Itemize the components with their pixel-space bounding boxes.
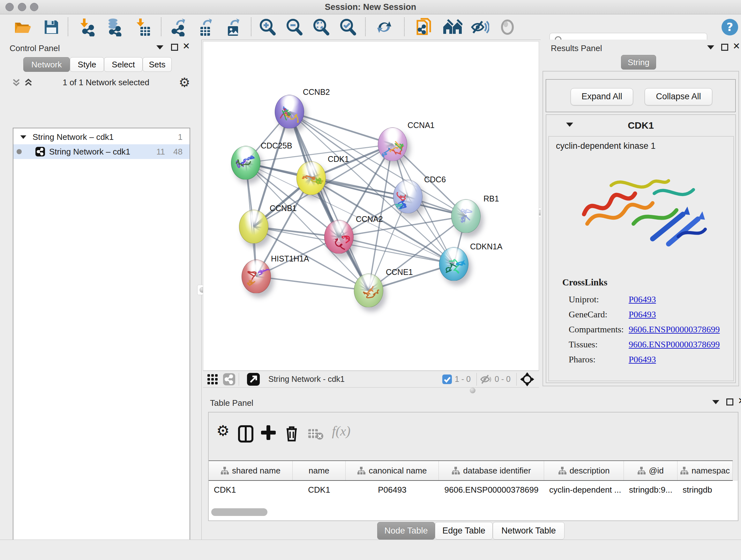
table-row[interactable]: CDK1CDK1P064939606.ENSP00000378699cyclin… [209,481,733,499]
node-CCNE1[interactable] [354,273,383,307]
column-header--id[interactable]: @id [624,461,677,480]
collection-expand-icon[interactable] [20,135,26,138]
node-CCNA1[interactable] [378,127,407,161]
edge-CCNB2-CCNE1[interactable] [289,112,368,291]
results-panel-menu-icon[interactable] [707,45,714,50]
node-HIST1H1A[interactable] [242,260,271,294]
column-header-label: @id [649,466,664,476]
table-panel-close-icon[interactable]: ✕ [738,397,741,405]
network-node-count: 11 [156,147,165,157]
node-gloss [456,201,476,212]
show-all-button[interactable] [497,14,518,40]
collapse-all-button[interactable]: Collapse All [645,88,712,105]
table-panel-title: Table Panel [210,398,253,408]
show-columns-icon[interactable] [238,425,253,442]
node-CDC25B[interactable] [231,146,260,180]
node-gloss [301,163,322,175]
toolbar-separator [161,17,161,36]
table-panel-menu-icon[interactable] [712,400,719,404]
table-options-gear-icon[interactable]: ⚙ [216,422,229,439]
create-column-icon[interactable] [261,425,276,440]
save-session-button[interactable] [42,14,61,40]
results-panel-float-icon[interactable] [721,44,728,51]
zoom-in-button[interactable] [257,14,278,40]
edge-HIST1H1A-CCNE1[interactable] [256,276,368,291]
tab-network[interactable]: Network [23,57,70,72]
update-network-button[interactable] [374,14,394,40]
network-canvas[interactable]: CCNB2CCNA1CDC25BCDK1CDC6RB1CCNB1CCNA2CDK… [203,41,539,371]
node-CCNB2[interactable] [275,95,304,129]
import-network-button[interactable] [77,14,97,40]
node-gloss [246,261,267,273]
home-button[interactable] [442,14,463,40]
export-network-button[interactable] [169,14,189,40]
tab-sets[interactable]: Sets [143,57,172,72]
tab-node-table[interactable]: Node Table [377,522,435,540]
crosslink-value[interactable]: P06493 [629,309,656,320]
edge-CCNA2-CDKN1A[interactable] [339,237,454,264]
protein-section-header[interactable]: CDK1 [546,115,735,135]
birds-eye-view-icon[interactable] [520,372,535,387]
node-gloss [279,97,300,108]
expand-all-icon[interactable] [23,78,33,87]
status-separator [516,373,517,386]
node-CDK1[interactable] [296,161,326,195]
edge-CCNB2-CCNA1[interactable] [289,112,393,144]
node-label-CDC6: CDC6 [424,175,446,184]
column-header-description[interactable]: description [544,461,624,480]
eye-slash-icon [471,19,489,36]
open-session-button[interactable] [13,14,32,40]
import-table-button[interactable] [133,14,153,40]
export-table-button[interactable] [195,14,216,40]
table-horizontal-scrollbar[interactable] [211,508,267,516]
crosslink-label: Pharos: [569,354,629,365]
column-header-shared-name[interactable]: shared name [209,461,293,480]
node-CDC6[interactable] [393,180,422,213]
collapse-all-icon[interactable] [11,78,21,87]
node-CDKN1A[interactable] [439,247,468,281]
table-panel-float-icon[interactable] [726,398,733,406]
export-image-button[interactable] [223,14,243,40]
tab-edge-table[interactable]: Edge Table [435,522,493,540]
first-neighbors-button[interactable] [414,14,434,40]
help-button[interactable]: ? [720,14,740,40]
control-panel-float-icon[interactable] [171,44,178,51]
network-options-gear-icon[interactable]: ⚙ [179,78,190,87]
network-collection-row[interactable]: String Network – cdk1 1 [13,130,190,144]
open-in-window-icon[interactable] [247,373,260,386]
cell-canonical-name: P06493 [346,481,439,499]
tab-network-table[interactable]: Network Table [493,522,564,540]
delete-column-icon[interactable] [285,425,299,442]
tab-style[interactable]: Style [70,57,104,72]
crosslink-value[interactable]: P06493 [629,294,656,305]
status-separator [476,373,477,386]
node-CCNB1[interactable] [239,210,268,244]
column-header-namespac[interactable]: namespac [677,461,733,480]
crosslink-value[interactable]: 9606.ENSP00000378699 [629,324,720,334]
grid-view-icon[interactable] [207,374,218,385]
crosslink-value[interactable]: 9606.ENSP00000378699 [629,339,720,350]
network-row[interactable]: String Network – cdk1 11 48 [13,144,190,159]
control-panel-title: Control Panel [10,44,60,53]
import-database-button[interactable] [104,14,124,40]
bottom-splitter-handle[interactable] [468,387,477,394]
crosslink-value[interactable]: P06493 [629,354,656,365]
control-panel-menu-icon[interactable] [156,45,163,50]
column-header-database-identifier[interactable]: database identifier [439,461,544,480]
control-panel-close-icon[interactable]: ✕ [183,43,190,50]
selected-nodes-checkbox-icon[interactable] [442,374,452,384]
column-header-name[interactable]: name [293,461,346,480]
zoom-selected-button[interactable] [338,14,358,40]
results-panel-close-icon[interactable]: ✕ [733,43,740,50]
zoom-fit-button[interactable] [311,14,331,40]
node-RB1[interactable] [451,199,481,233]
column-header-canonical-name[interactable]: canonical name [346,461,439,480]
status-bar: Memory [0,540,741,560]
hide-selected-button[interactable] [470,14,490,40]
tab-string[interactable]: String [621,55,656,70]
expand-all-button[interactable]: Expand All [570,88,633,105]
tab-select[interactable]: Select [104,57,143,72]
node-CCNA2[interactable] [324,220,354,254]
zoom-out-button[interactable] [284,14,305,40]
network-share-view-icon[interactable] [223,373,235,386]
